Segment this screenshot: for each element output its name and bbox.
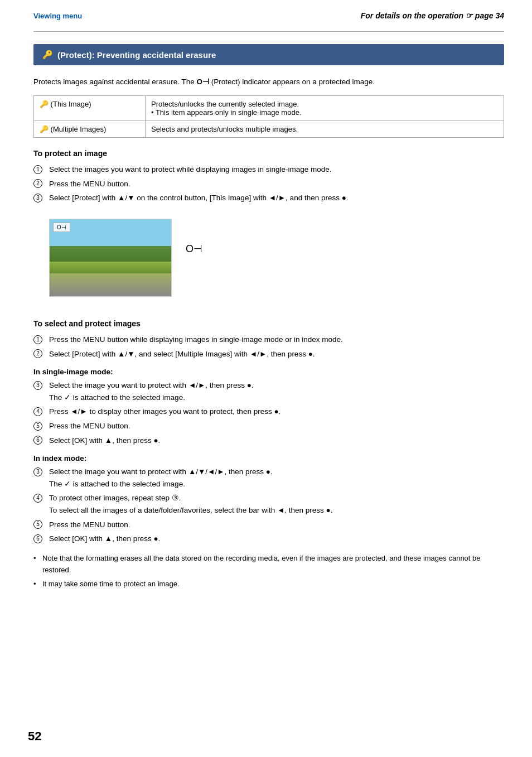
- section-title: (Protect): Preventing accidental erasure: [57, 50, 216, 60]
- step-number: 2: [33, 348, 45, 360]
- protect-image-steps: 1 Select the images you want to protect …: [33, 163, 504, 204]
- single-image-mode-label: In single-image mode:: [33, 368, 504, 376]
- step-item: 2 Select [Protect] with ▲/▼, and select …: [33, 348, 504, 360]
- step-item: 1 Select the images you want to protect …: [33, 163, 504, 176]
- step-number: 4: [33, 406, 45, 417]
- section-title-box: 🔑 (Protect): Preventing accidental erasu…: [33, 44, 504, 65]
- step-item: 4 Press ◄/► to display other images you …: [33, 406, 504, 418]
- table-cell-desc2: Selects and protects/unlocks multiple im…: [146, 121, 504, 138]
- page-number: 52: [28, 729, 41, 744]
- header-section-label: Viewing menu: [33, 12, 82, 20]
- protect-symbol: O⊣: [186, 243, 202, 255]
- note-item: It may take some time to protect an imag…: [33, 578, 504, 590]
- table-cell-icon2: 🔑 (Multiple Images): [34, 121, 146, 138]
- step-number: 5: [33, 420, 45, 432]
- select-protect-initial-steps: 1 Press the MENU button while displaying…: [33, 334, 504, 360]
- step-number: 4: [33, 492, 45, 504]
- step-item: 3 Select [Protect] with ▲/▼ on the contr…: [33, 192, 504, 204]
- step-number: 1: [33, 334, 45, 345]
- table-cell-icon1: 🔑 (This Image): [34, 96, 146, 121]
- table-row: 🔑 (Multiple Images) Selects and protects…: [34, 121, 504, 138]
- step-number: 2: [33, 178, 45, 190]
- step-number: 3: [33, 466, 45, 478]
- step-item: 5 Press the MENU button.: [33, 420, 504, 432]
- step-item: 3 Select the image you want to protect w…: [33, 466, 504, 490]
- step-number: 3: [33, 379, 45, 391]
- step-number: 5: [33, 519, 45, 531]
- step-number: 3: [33, 192, 45, 204]
- step-item: 4 To protect other images, repeat step ③…: [33, 492, 504, 516]
- step-item: 3 Select the image you want to protect w…: [33, 379, 504, 403]
- step-item: 2 Press the MENU button.: [33, 178, 504, 190]
- index-mode-label: In index mode:: [33, 454, 504, 462]
- step-item: 5 Press the MENU button.: [33, 519, 504, 531]
- step-number: 6: [33, 533, 45, 544]
- table-cell-desc1: Protects/unlocks the currently selected …: [146, 96, 504, 121]
- select-protect-heading: To select and protect images: [33, 319, 504, 328]
- page-header: Viewing menu For details on the operatio…: [33, 11, 504, 20]
- step-number: 1: [33, 163, 45, 175]
- single-image-steps: 3 Select the image you want to protect w…: [33, 379, 504, 446]
- image-overlay: O⊣: [53, 223, 70, 232]
- intro-text: Protects images against accidental erasu…: [33, 76, 504, 88]
- header-page-ref: For details on the operation ☞ page 34: [361, 11, 504, 20]
- note-item: Note that the formatting erases all the …: [33, 553, 504, 576]
- info-table: 🔑 (This Image) Protects/unlocks the curr…: [33, 95, 504, 138]
- protect-icon: 🔑: [42, 50, 53, 60]
- header-divider: [33, 31, 504, 32]
- demo-image: O⊣: [49, 219, 172, 297]
- demo-image-wrapper: O⊣ O⊣: [33, 212, 172, 307]
- step-item: 6 Select [OK] with ▲, then press ●.: [33, 435, 504, 447]
- table-row: 🔑 (This Image) Protects/unlocks the curr…: [34, 96, 504, 121]
- protect-image-heading: To protect an image: [33, 149, 504, 158]
- step-item: 1 Press the MENU button while displaying…: [33, 334, 504, 346]
- index-mode-steps: 3 Select the image you want to protect w…: [33, 466, 504, 545]
- step-number: 6: [33, 435, 45, 446]
- step-item: 6 Select [OK] with ▲, then press ●.: [33, 533, 504, 545]
- overlay-icon: O⊣: [57, 224, 66, 230]
- notes-list: Note that the formatting erases all the …: [33, 553, 504, 590]
